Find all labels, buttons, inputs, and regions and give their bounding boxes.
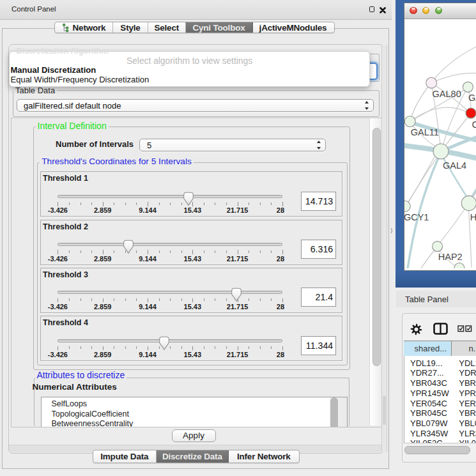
svg-text:C: C bbox=[472, 119, 476, 129]
svg-text:GAL4: GAL4 bbox=[443, 160, 466, 170]
svg-text:GCY1: GCY1 bbox=[404, 211, 429, 222]
svg-text:GAL80: GAL80 bbox=[433, 88, 461, 98]
svg-text:GA: GA bbox=[468, 92, 476, 102]
svg-text:HAP2: HAP2 bbox=[438, 252, 463, 262]
svg-text:HI: HI bbox=[470, 211, 476, 222]
svg-text:GAL11: GAL11 bbox=[411, 127, 439, 137]
